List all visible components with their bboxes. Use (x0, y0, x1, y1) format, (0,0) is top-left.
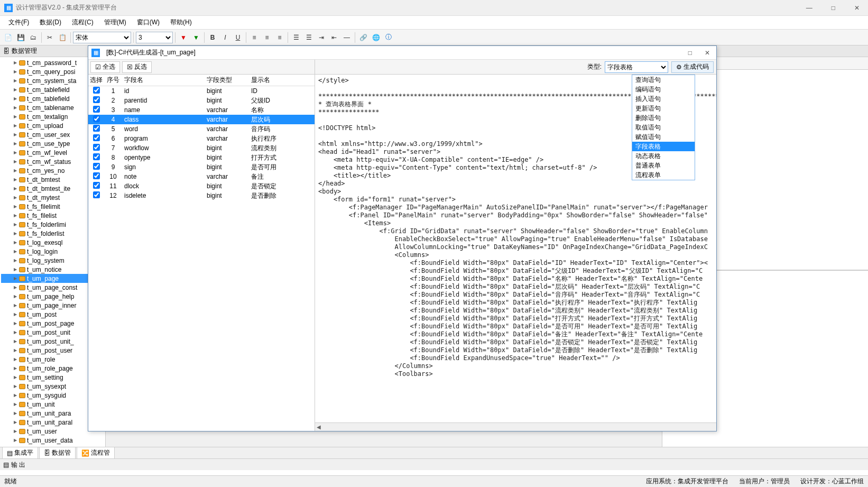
app-icon: ▦ (4, 4, 13, 12)
world-button[interactable]: 🌐 (370, 32, 382, 43)
table-icon (19, 69, 25, 75)
field-row[interactable]: 11dlockbigint是否锁定 (88, 181, 315, 191)
field-header-row: 选择 序号 字段名 字段类型 显示名 (88, 75, 315, 86)
table-icon (19, 339, 25, 344)
dropdown-item[interactable]: 赋值语句 (632, 132, 695, 142)
field-grid[interactable]: 选择 序号 字段名 字段类型 显示名 1idbigintID2parentidb… (88, 75, 315, 431)
menu-item[interactable]: 管理(M) (100, 17, 131, 28)
dropdown-item[interactable]: 流程表单 (632, 170, 695, 180)
table-icon (19, 330, 25, 335)
menu-item[interactable]: 帮助(H) (166, 17, 196, 28)
field-checkbox[interactable] (93, 96, 100, 103)
dropdown-item[interactable]: 字段表格 (632, 142, 695, 151)
main-toolbar: 📄 💾 🗂 ✂ 📋 宋体 3 ▼ ▼ B I U ≡ ≡ ≡ ☰ ☰ ⇥ ⇤ —… (0, 30, 868, 45)
color-button[interactable]: ▼ (178, 32, 189, 43)
tab-icon: 🔀 (81, 449, 89, 457)
dropdown-item[interactable]: 更新语句 (632, 104, 695, 113)
field-row[interactable]: 5wordvarchar音序码 (88, 124, 315, 134)
field-checkbox[interactable] (93, 172, 100, 179)
align-center-button[interactable]: ≡ (261, 32, 273, 43)
hr-button[interactable]: — (341, 32, 353, 43)
invert-sel-button[interactable]: ☒反选 (122, 61, 152, 73)
table-icon (19, 168, 25, 173)
codegen-close-button[interactable]: ✕ (701, 48, 713, 58)
table-icon (19, 177, 25, 182)
dropdown-item[interactable]: 删除语句 (632, 113, 695, 123)
field-checkbox[interactable] (93, 191, 100, 198)
field-checkbox[interactable] (93, 182, 100, 189)
table-icon (19, 312, 25, 317)
save-all-button[interactable]: 🗂 (27, 32, 39, 43)
minimize-button[interactable]: — (802, 3, 817, 13)
field-checkbox[interactable] (93, 106, 100, 113)
dropdown-item[interactable]: 普通表单 (632, 161, 695, 170)
paste-button[interactable]: 📋 (57, 32, 68, 43)
tree-item[interactable]: t_um_user_data (1, 436, 104, 445)
codegen-window: ▦ [数]-C#代码生成器-[t_um_page] □ ✕ ☑全选 ☒反选 选择… (88, 45, 717, 431)
field-checkbox[interactable] (93, 87, 100, 94)
col-seq: 序号 (104, 76, 122, 85)
maximize-button[interactable]: □ (827, 3, 839, 13)
field-checkbox[interactable] (93, 134, 100, 141)
code-hscroll[interactable] (315, 422, 716, 431)
dropdown-item[interactable]: 插入语句 (632, 94, 695, 104)
select-all-button[interactable]: ☑全选 (90, 61, 120, 73)
outdent-button[interactable]: ⇤ (328, 32, 340, 43)
field-row[interactable]: 4classvarchar层次码 (88, 115, 315, 124)
info-button[interactable]: ⓘ (383, 32, 394, 43)
bottom-tab[interactable]: ▤集成平 (2, 447, 38, 459)
dropdown-item[interactable]: 编码语句 (632, 85, 695, 94)
size-select[interactable]: 3 (136, 32, 173, 43)
field-row[interactable]: 1idbigintID (88, 86, 315, 96)
font-select[interactable]: 宋体 (73, 32, 131, 43)
bottom-tab[interactable]: 🔀流程管 (77, 447, 115, 459)
align-left-button[interactable]: ≡ (248, 32, 260, 43)
table-icon (19, 411, 25, 416)
italic-button[interactable]: I (219, 32, 231, 43)
field-row[interactable]: 3namevarchar名称 (88, 105, 315, 115)
underline-button[interactable]: U (232, 32, 244, 43)
table-icon (19, 150, 25, 155)
type-dropdown[interactable]: 查询语句编码语句插入语句更新语句删除语句取值语句赋值语句字段表格动态表格普通表单… (632, 75, 695, 180)
menu-item[interactable]: 流程(C) (68, 17, 98, 28)
menu-item[interactable]: 文件(F) (4, 17, 33, 28)
gen-code-button[interactable]: ⚙生成代码 (671, 61, 714, 73)
table-icon (19, 357, 25, 362)
field-checkbox[interactable] (93, 115, 100, 122)
field-row[interactable]: 10notevarchar备注 (88, 172, 315, 181)
bottom-tab[interactable]: 🗄数据管 (39, 447, 76, 459)
codegen-titlebar[interactable]: ▦ [数]-C#代码生成器-[t_um_page] □ ✕ (88, 46, 716, 60)
codegen-icon: ▦ (91, 49, 100, 57)
type-select[interactable]: 字段表格 (605, 61, 668, 73)
table-icon (19, 420, 25, 425)
close-button[interactable]: ✕ (850, 3, 864, 13)
field-row[interactable]: 8opentypebigint打开方式 (88, 153, 315, 162)
save-button[interactable]: 💾 (15, 32, 26, 43)
cut-button[interactable]: ✂ (44, 32, 56, 43)
highlight-button[interactable]: ▼ (190, 32, 202, 43)
field-row[interactable]: 6programvarchar执行程序 (88, 134, 315, 143)
indent-button[interactable]: ⇥ (316, 32, 327, 43)
code-panel: 类型: 字段表格 ⚙生成代码 ⊘关闭 查询语句编码语句插入语句更新语句删除语句取… (315, 60, 716, 431)
list-ul-button[interactable]: ☰ (290, 32, 302, 43)
codegen-maximize-button[interactable]: □ (685, 48, 695, 58)
menu-item[interactable]: 窗口(W) (133, 17, 164, 28)
field-row[interactable]: 9signbigint是否可用 (88, 162, 315, 172)
field-row[interactable]: 7workflowbigint流程类别 (88, 143, 315, 153)
status-ready: 就绪 (4, 477, 17, 486)
new-button[interactable]: 📄 (2, 32, 14, 43)
dropdown-item[interactable]: 取值语句 (632, 123, 695, 132)
dropdown-item[interactable]: 查询语句 (632, 75, 695, 85)
field-row[interactable]: 2parentidbigint父级ID (88, 96, 315, 105)
field-checkbox[interactable] (93, 125, 100, 132)
field-checkbox[interactable] (93, 163, 100, 170)
bold-button[interactable]: B (207, 32, 218, 43)
list-ol-button[interactable]: ☰ (303, 32, 315, 43)
field-checkbox[interactable] (93, 153, 100, 160)
field-row[interactable]: 12isdeletebigint是否删除 (88, 191, 315, 200)
link-button[interactable]: 🔗 (357, 32, 369, 43)
dropdown-item[interactable]: 动态表格 (632, 151, 695, 161)
menu-item[interactable]: 数据(D) (35, 17, 66, 28)
field-checkbox[interactable] (93, 144, 100, 151)
align-right-button[interactable]: ≡ (274, 32, 285, 43)
